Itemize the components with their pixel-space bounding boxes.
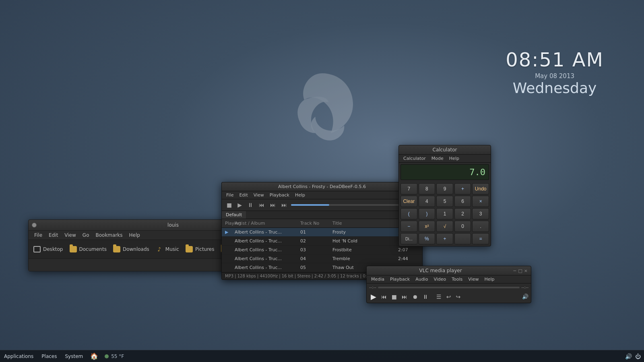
calc-btn-di[interactable]: Di...: [400, 233, 417, 244]
vlc-extra-buttons: ☰ ↩ ↪: [435, 293, 462, 301]
vlc-max-button[interactable]: □: [518, 268, 522, 273]
db-col-track: Track No: [299, 220, 331, 227]
calc-btn-multiply[interactable]: ×: [472, 196, 489, 207]
calc-btn-minus[interactable]: −: [400, 221, 417, 232]
taskbar-power-icon[interactable]: ⏻: [635, 353, 641, 360]
deadbeef-tab-default[interactable]: Default: [222, 211, 246, 219]
calc-btn-9[interactable]: 9: [436, 183, 453, 194]
fm-menu-help[interactable]: Help: [126, 232, 143, 239]
db-artist-cell: Albert Collins - Truc...: [233, 265, 299, 271]
db-menu-file[interactable]: File: [223, 192, 236, 199]
db-prev-button[interactable]: ⏮: [257, 201, 266, 209]
calc-menu-calculator[interactable]: Calculator: [400, 155, 429, 162]
db-menu-view[interactable]: View: [251, 192, 267, 199]
calc-btn-open-paren[interactable]: (: [400, 208, 417, 219]
vlc-elapsed-time: --:--: [369, 285, 376, 290]
calc-btn-close-paren[interactable]: ): [419, 208, 436, 219]
db-end-button[interactable]: ⏭: [280, 201, 289, 209]
db-menu-help[interactable]: Help: [292, 192, 308, 199]
clock-time: 08:51 AM: [506, 48, 604, 71]
db-menu-edit[interactable]: Edit: [236, 192, 250, 199]
table-row[interactable]: ▶ Albert Collins - Truc... 01 Frosty 3:0…: [222, 228, 422, 237]
vlc-shuffle-button[interactable]: ↪: [454, 293, 462, 301]
calc-btn-5[interactable]: 5: [436, 196, 453, 207]
db-menu-playback[interactable]: Playback: [267, 192, 292, 199]
vlc-frame-button[interactable]: ⏸: [421, 293, 430, 301]
calc-btn-plus-top[interactable]: +: [454, 183, 471, 194]
taskbar-status-dot: [105, 354, 109, 358]
calc-btn-sqrt[interactable]: √: [436, 221, 453, 232]
vlc-play-button[interactable]: ▶: [369, 292, 378, 302]
vlc-playlist-button[interactable]: ☰: [435, 293, 443, 301]
vlc-loop-button[interactable]: ↩: [445, 293, 453, 301]
vlc-stop-button[interactable]: ■: [390, 293, 398, 301]
calc-btn-square[interactable]: x²: [419, 221, 436, 232]
vlc-menu-view[interactable]: View: [465, 276, 481, 283]
calc-btn-1[interactable]: 1: [436, 208, 453, 219]
vlc-min-button[interactable]: −: [513, 268, 516, 273]
desktop: 08:51 AM May 08 2013 Wednesday louis Fil…: [0, 0, 644, 362]
calc-menu-mode[interactable]: Mode: [429, 155, 446, 162]
fm-menu-go[interactable]: Go: [79, 232, 93, 239]
vlc-menu-playback[interactable]: Playback: [387, 276, 413, 283]
vlc-titlebar: VLC media player − □ ×: [367, 266, 531, 275]
taskbar-places[interactable]: Places: [37, 350, 61, 362]
fm-menu-file[interactable]: File: [31, 232, 45, 239]
db-playing-indicator: ▶: [223, 229, 233, 235]
vlc-menu-audio[interactable]: Audio: [413, 276, 431, 283]
db-pause-button[interactable]: ⏸: [246, 201, 255, 209]
vlc-progress-bar[interactable]: [378, 287, 520, 288]
table-row[interactable]: Albert Collins - Truc... 02 Hot 'N Cold …: [222, 237, 422, 246]
db-trackno-cell: 04: [299, 256, 331, 262]
table-row[interactable]: Albert Collins - Truc... 03 Frostbite 2:…: [222, 246, 422, 254]
vlc-record-button[interactable]: ⏺: [411, 293, 419, 301]
calc-btn-3[interactable]: 3: [472, 208, 489, 219]
fm-bookmark-pictures[interactable]: Pictures: [186, 246, 215, 253]
vlc-prev-button[interactable]: ⏮: [380, 293, 388, 301]
folder-downloads-icon: [113, 246, 120, 253]
vlc-menu-media[interactable]: Media: [368, 276, 387, 283]
fm-bookmark-music[interactable]: ♪ Music: [156, 246, 179, 253]
db-play-button[interactable]: ▶: [236, 201, 244, 209]
fm-menu-view[interactable]: View: [61, 232, 79, 239]
vlc-volume-button[interactable]: 🔊: [522, 294, 528, 300]
taskbar-volume-icon[interactable]: 🔊: [625, 353, 632, 360]
calc-btn-undo[interactable]: Undo: [472, 183, 489, 194]
calc-btn-decimal[interactable]: .: [472, 221, 489, 232]
fm-menu-bookmarks[interactable]: Bookmarks: [92, 232, 126, 239]
table-row[interactable]: Albert Collins - Truc... 04 Tremble 2:44: [222, 254, 422, 263]
file-manager-close-button[interactable]: [32, 223, 37, 228]
calc-btn-clear[interactable]: Clear: [400, 196, 417, 207]
db-next-button[interactable]: ⏭: [268, 201, 277, 209]
vlc-menu-video[interactable]: Video: [431, 276, 449, 283]
vlc-title: VLC media player: [370, 268, 511, 273]
calc-btn-percent[interactable]: %: [419, 233, 436, 244]
taskbar-applications[interactable]: Applications: [0, 350, 37, 362]
db-playing-indicator: [223, 241, 233, 242]
calc-btn-8[interactable]: 8: [419, 183, 436, 194]
taskbar-system[interactable]: System: [61, 350, 87, 362]
calc-btn-7[interactable]: 7: [400, 183, 417, 194]
calc-btn-equals[interactable]: =: [472, 233, 489, 244]
calc-btn-0[interactable]: 0: [454, 221, 471, 232]
fm-bookmark-documents[interactable]: Documents: [70, 246, 107, 253]
vlc-menu-tools[interactable]: Tools: [449, 276, 465, 283]
calc-btn-2[interactable]: 2: [454, 208, 471, 219]
folder-documents-icon: [70, 246, 77, 253]
calc-btn-6[interactable]: 6: [454, 196, 471, 207]
vlc-close-button[interactable]: ×: [524, 268, 528, 273]
calc-btn-4[interactable]: 4: [419, 196, 436, 207]
db-stop-button[interactable]: ■: [225, 201, 233, 209]
taskbar-home[interactable]: 🏠: [87, 350, 101, 362]
fm-menu-edit[interactable]: Edit: [45, 232, 61, 239]
taskbar-left: Applications Places System 🏠: [0, 350, 101, 362]
calc-menu-help[interactable]: Help: [446, 155, 462, 162]
vlc-menu-help[interactable]: Help: [481, 276, 497, 283]
calc-btn-plus-bottom[interactable]: +: [436, 233, 453, 244]
fm-bookmark-desktop[interactable]: Desktop: [33, 246, 63, 253]
vlc-window: VLC media player − □ × Media Playback Au…: [366, 266, 531, 303]
vlc-progress-area: --:-- --:--: [367, 283, 531, 290]
vlc-next-button[interactable]: ⏭: [400, 293, 409, 301]
fm-bookmark-downloads[interactable]: Downloads: [113, 246, 149, 253]
db-artist-cell: Albert Collins - Truc...: [233, 256, 299, 262]
